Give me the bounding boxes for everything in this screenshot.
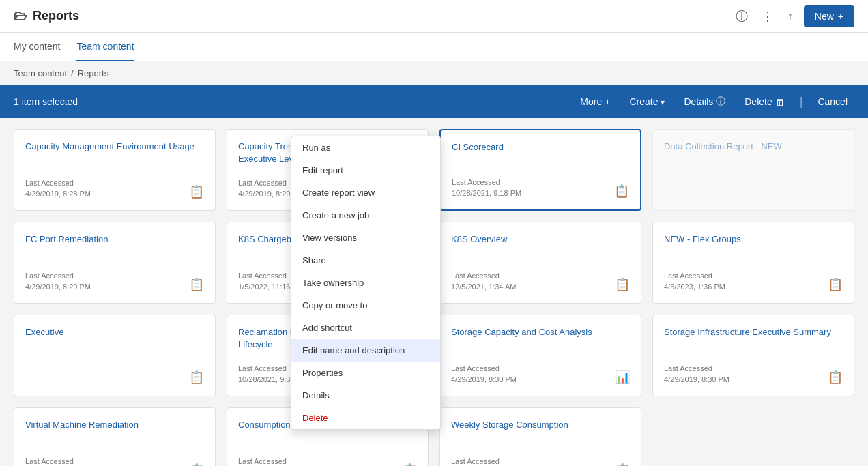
breadcrumb-separator: / xyxy=(71,68,74,78)
more-icon: ⋮ xyxy=(762,10,774,23)
card-footer: Last Accessed 4/5/2023, 12:14 AM 📋 xyxy=(451,456,630,466)
card-date: Last Accessed 12/5/2021, 1:34 AM xyxy=(451,271,516,292)
context-menu-edit-report[interactable]: Edit report xyxy=(291,159,440,181)
card-storage-infrastructure[interactable]: Storage Infrastructure Executive Summary… xyxy=(652,315,854,396)
card-date-label: Last Accessed xyxy=(25,456,87,466)
card-data-collection[interactable]: Data Collection Report - NEW xyxy=(652,129,854,211)
tabs-container: My content Team content xyxy=(0,33,868,61)
card-title: Executive xyxy=(25,326,204,362)
card-date-value: 10/28/2021, 9:18 PM xyxy=(452,188,521,199)
breadcrumb: Team content / Reports xyxy=(0,61,868,85)
context-menu: Run as Edit report Create report view Cr… xyxy=(291,136,441,430)
card-date-label: Last Accessed xyxy=(664,271,725,281)
card-date-label: Last Accessed xyxy=(664,364,729,374)
card-date-label: Last Accessed xyxy=(25,178,91,188)
cancel-action-button[interactable]: Cancel xyxy=(811,92,854,111)
context-menu-create-new-job[interactable]: Create a new job xyxy=(291,204,440,227)
info-icon: ⓘ xyxy=(736,10,748,23)
details-label: Details xyxy=(684,96,713,107)
selection-bar: 1 item selected More + Create Details ⓘ … xyxy=(0,85,868,118)
upload-icon: ↑ xyxy=(787,10,793,22)
card-k8s-overview[interactable]: K8S Overview Last Accessed 12/5/2021, 1:… xyxy=(439,222,641,304)
context-menu-take-ownership[interactable]: Take ownership xyxy=(291,272,440,294)
context-menu-copy-move[interactable]: Copy or move to xyxy=(291,294,440,317)
report-icon: 📋 xyxy=(189,277,204,292)
context-menu-properties[interactable]: Properties xyxy=(291,362,440,384)
context-menu-view-versions[interactable]: View versions xyxy=(291,227,440,249)
card-title: Storage Capacity and Cost Analysis xyxy=(451,326,630,355)
card-date: Last Accessed 4/4/2023, 7:32 PM xyxy=(238,456,300,466)
more-action-button[interactable]: More + xyxy=(573,92,617,111)
card-date-label: Last Accessed xyxy=(238,456,300,466)
report-icon: 📋 xyxy=(828,277,843,292)
new-button-label: New xyxy=(815,11,834,22)
card-date-value: 4/5/2023, 1:36 PM xyxy=(664,282,725,292)
card-storage-capacity[interactable]: Storage Capacity and Cost Analysis Last … xyxy=(439,315,641,396)
report-icon: 📋 xyxy=(189,463,204,466)
card-new-flex-groups[interactable]: NEW - Flex Groups Last Accessed 4/5/2023… xyxy=(652,222,854,304)
card-date: Last Accessed 4/29/2019, 8:30 PM xyxy=(451,364,517,385)
tab-my-content[interactable]: My content xyxy=(14,33,60,61)
card-data-collection-wrapper: Data Collection Report - NEW Run as Edit… xyxy=(652,129,854,211)
more-options-button[interactable]: ⋮ xyxy=(759,6,777,27)
card-title: Virtual Machine Remediation xyxy=(25,419,204,448)
card-fc-port-remediation[interactable]: FC Port Remediation Last Accessed 4/29/2… xyxy=(14,222,216,304)
card-capacity-management[interactable]: Capacity Management Environment Usage La… xyxy=(14,129,216,211)
card-title: NEW - Flex Groups xyxy=(664,233,843,263)
more-action-label: More xyxy=(580,96,602,107)
report-icon: 📋 xyxy=(828,370,843,385)
more-plus-icon: + xyxy=(605,96,610,107)
card-footer: Last Accessed 4/5/2023, 1:36 PM 📋 xyxy=(664,271,843,292)
create-action-button[interactable]: Create xyxy=(622,92,671,111)
card-date-label: Last Accessed xyxy=(451,456,516,466)
context-menu-edit-name[interactable]: Edit name and description xyxy=(291,339,440,362)
card-date: Last Accessed 4/5/2023, 1:36 PM xyxy=(664,271,725,292)
new-plus-icon: + xyxy=(838,11,843,22)
context-menu-run-as[interactable]: Run as xyxy=(291,136,440,159)
divider: | xyxy=(800,95,803,109)
breadcrumb-current: Reports xyxy=(78,68,109,78)
context-menu-share[interactable]: Share xyxy=(291,249,440,272)
card-executive-placeholder[interactable]: Executive 📋 xyxy=(14,315,216,396)
context-menu-create-report-view[interactable]: Create report view xyxy=(291,181,440,204)
card-title: Weekly Storage Consumption xyxy=(451,419,630,448)
report-icon: 📋 xyxy=(402,463,417,466)
report-icon: 📋 xyxy=(614,184,629,199)
cancel-label: Cancel xyxy=(818,96,848,107)
create-chevron-icon xyxy=(661,96,665,107)
card-date: Last Accessed 4/5/2023, 12:14 AM xyxy=(451,456,516,466)
delete-icon: 🗑 xyxy=(775,96,785,107)
delete-action-button[interactable]: Delete 🗑 xyxy=(738,92,791,111)
context-menu-delete[interactable]: Delete xyxy=(291,407,440,429)
card-date: Last Accessed 4/29/2019, 8:28 PM xyxy=(25,178,91,199)
card-date-label: Last Accessed xyxy=(451,364,517,374)
upload-button[interactable]: ↑ xyxy=(785,6,796,26)
tab-team-content[interactable]: Team content xyxy=(76,33,134,61)
card-virtual-machine-remediation[interactable]: Virtual Machine Remediation Last Accesse… xyxy=(14,407,216,466)
card-title: Storage Infrastructure Executive Summary xyxy=(664,326,843,355)
info-button[interactable]: ⓘ xyxy=(733,5,751,27)
context-menu-add-shortcut[interactable]: Add shortcut xyxy=(291,317,440,339)
selection-count: 1 item selected xyxy=(14,96,573,107)
card-date-label: Last Accessed xyxy=(451,271,516,281)
new-button[interactable]: New + xyxy=(804,5,854,27)
reports-grid: Capacity Management Environment Usage La… xyxy=(0,118,868,466)
card-date-value: 12/5/2021, 1:34 AM xyxy=(451,282,516,292)
card-footer: Last Accessed 4/4/2023, 7:32 PM 📋 xyxy=(238,456,417,466)
details-action-button[interactable]: Details ⓘ xyxy=(677,91,732,112)
card-date-value: 4/29/2019, 8:30 PM xyxy=(664,375,729,385)
page-title: Reports xyxy=(33,9,79,23)
context-menu-details[interactable]: Details xyxy=(291,384,440,407)
card-date-label: Last Accessed xyxy=(25,271,91,281)
card-footer: Last Accessed 4/29/2019, 8:29 PM 📋 xyxy=(25,271,204,292)
card-title: FC Port Remediation xyxy=(25,233,204,263)
report-icon: 📊 xyxy=(615,370,630,385)
report-icon: 📋 xyxy=(189,370,204,385)
card-date-value: 4/29/2019, 8:30 PM xyxy=(451,375,517,385)
card-date: Last Accessed 4/4/2023, 8:21 PM xyxy=(25,456,87,466)
breadcrumb-team-content[interactable]: Team content xyxy=(14,68,67,78)
card-weekly-storage-consumption[interactable]: Weekly Storage Consumption Last Accessed… xyxy=(439,407,641,466)
card-title: CI Scorecard xyxy=(452,141,629,169)
report-icon: 📋 xyxy=(615,277,630,292)
card-ci-scorecard[interactable]: CI Scorecard Last Accessed 10/28/2021, 9… xyxy=(439,129,641,211)
